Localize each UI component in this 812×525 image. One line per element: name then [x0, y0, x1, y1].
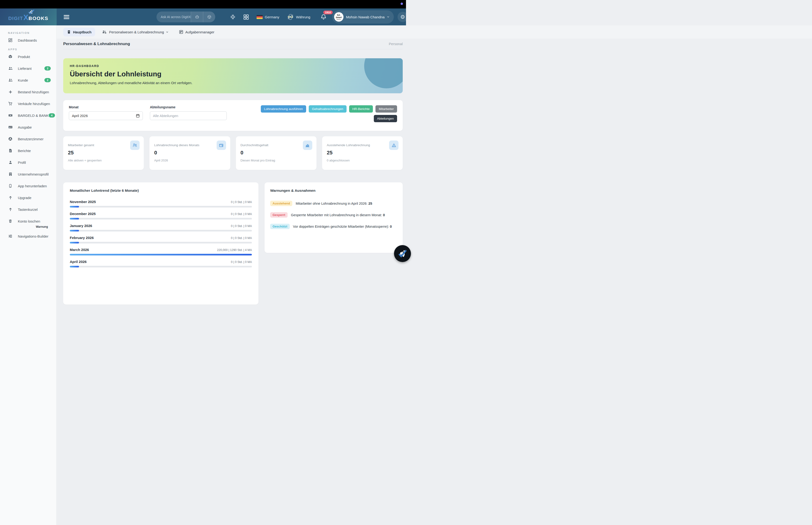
digitxbooks-mark-icon — [397, 249, 406, 259]
warning-item-gesperrt: Gesperrt Gesperrte Mitarbeiter mit Lohna… — [270, 212, 397, 217]
sidebar-item-app-herunterladen[interactable]: App herunterladen — [0, 180, 56, 192]
trend-month: November 2025 — [70, 200, 96, 204]
status-badge: Geschützt — [270, 224, 290, 229]
sidebar-item-produkt[interactable]: Produkt — [0, 51, 56, 62]
warnings-panel: Warnungen & Ausnahmen Ausstehend Mitarbe… — [264, 182, 403, 253]
sidebar-item-label: Dashboards — [18, 38, 37, 42]
sidebar-item-verkaeufe-hinzufuegen[interactable]: Verkäufe hinzufügen — [0, 98, 56, 109]
sidebar-item-label: Navigations-Builder — [18, 234, 48, 238]
ai-robot-button[interactable] — [191, 12, 203, 22]
warning-text: Gesperrte Mitarbeiter mit Lohnabrechnung… — [291, 213, 385, 217]
sidebar-item-navigations-builder[interactable]: Navigations-Builder — [0, 230, 56, 242]
notifications-button[interactable]: 1910 — [321, 14, 326, 20]
trend-rows: November 2025 0 | 0 Std. | 0 MA December… — [70, 200, 252, 262]
hr-reports-button[interactable]: HR-Berichte — [349, 105, 373, 112]
family-icon — [130, 140, 140, 150]
avatar-brand-subline: Fashion — [337, 19, 341, 20]
user-menu[interactable]: NA Smart Fashion Mohsin Nawab Chandna — [332, 10, 394, 24]
sidebar-item-label: BARGELD & BANK — [18, 114, 49, 118]
trend-month: March 2026 — [70, 248, 89, 252]
progress-track — [70, 230, 252, 231]
payslips-button[interactable]: Gehaltsabrechnungen — [309, 105, 347, 112]
sidebar-item-lieferant[interactable]: Lieferant 2 — [0, 62, 56, 74]
run-payroll-button[interactable]: Lohnabrechnung ausführen — [261, 105, 306, 112]
digitxbooks-logo: DIGIT X BOOKS — [8, 13, 48, 21]
sidebar-item-berichte[interactable]: Berichte — [0, 145, 56, 156]
stat-title: Durchschnittsgehalt — [241, 144, 312, 147]
sidebar-item-dashboards[interactable]: Dashboards — [0, 34, 56, 46]
tab-hauptbuch[interactable]: Hauptbuch — [63, 28, 95, 36]
warning-text-body: Gesperrte Mitarbeiter mit Lohnabrechnung… — [291, 213, 383, 217]
ai-search-input[interactable]: Ask AI across DigitXBo — [156, 12, 215, 22]
trend-meta: 0 | 0 Std. | 0 MA — [231, 260, 252, 262]
stat-value: 0 — [154, 150, 225, 156]
trend-month: December 2025 — [70, 212, 96, 216]
sidebar-item-upgrade[interactable]: Upgrade — [0, 192, 56, 204]
sidebar-item-kunde[interactable]: Kunde 2 — [0, 74, 56, 86]
banner-title: Übersicht der Lohnleistung — [70, 70, 396, 78]
people-icon — [8, 66, 13, 71]
calendar-icon[interactable] — [136, 114, 140, 118]
filter-actions-row-1: Lohnabrechnung ausführen Gehaltsabrechnu… — [261, 105, 397, 112]
tab-label: Aufgabenmanager — [185, 30, 214, 34]
tab-label: Personalwesen & Lohnabrechnung — [109, 30, 164, 34]
stat-value: 25 — [327, 150, 398, 156]
sliders-icon — [8, 234, 13, 238]
tab-aufgabenmanager[interactable]: Aufgabenmanager — [175, 28, 218, 36]
page-title: Personalwesen & Lohnabrechnung — [63, 42, 130, 46]
avatar-brand-line: Smart — [336, 16, 342, 18]
settings-button[interactable]: ⚙ — [398, 12, 406, 22]
currency-selector[interactable]: $ € Währung — [287, 13, 310, 20]
filter-actions: Lohnabrechnung ausführen Gehaltsabrechnu… — [261, 105, 397, 126]
sidebar-item-label: Verkäufe hinzufügen — [18, 102, 50, 106]
ai-package-button[interactable] — [203, 12, 215, 22]
apps-grid-button[interactable] — [243, 14, 249, 20]
collapse-icon — [230, 14, 236, 20]
stat-title: Lohnabrechnung dieses Monats — [154, 144, 225, 147]
count-badge: 2 — [44, 78, 51, 82]
sidebar-item-tastenkurzel[interactable]: Tastenkurzel — [0, 204, 56, 215]
building-icon — [8, 172, 13, 176]
departments-button[interactable]: Abteilungen — [374, 115, 397, 122]
sidebar-item-bargeld-bank[interactable]: BARGELD & BANK 4 — [0, 109, 56, 121]
wallet-icon — [217, 140, 226, 150]
department-field-group: Abteilungsname — [150, 105, 227, 126]
hamburger-menu-icon[interactable] — [64, 15, 69, 19]
collapse-screen-button[interactable] — [230, 14, 236, 20]
employees-button[interactable]: Mitarbeiter — [376, 105, 397, 112]
logo-block[interactable]: DIGIT X BOOKS — [0, 9, 57, 25]
sidebar-item-label: Konto loschen — [18, 219, 40, 223]
tab-label: Hauptbuch — [73, 30, 91, 34]
country-label: Germany — [265, 15, 279, 19]
sidebar-item-benutzerzimmer[interactable]: Benutzerzimmer — [0, 133, 56, 145]
warnings-list: Ausstehend Mitarbeiter ohne Lohnabrechnu… — [270, 201, 397, 229]
warning-text: Vor doppelten Einträgen geschützte Mitar… — [293, 225, 392, 228]
page-context-label: Personal — [389, 42, 403, 46]
country-selector[interactable]: Germany — [257, 15, 279, 19]
people-gear-icon — [102, 30, 107, 34]
sidebar: NAVIGATION Dashboards APPS Produkt — [0, 25, 57, 262]
sidebar-item-label: App herunterladen — [18, 184, 47, 188]
grid-icon — [243, 14, 249, 20]
tab-personalwesen-lohnabrechnung[interactable]: Personalwesen & Lohnabrechnung — [98, 28, 172, 36]
sidebar-item-label: Produkt — [18, 55, 30, 59]
sidebar-item-ausgabe[interactable]: $ Ausgabe — [0, 121, 56, 133]
currency-label: Währung — [296, 15, 310, 19]
month-field-group: Monat April 2026 — [69, 105, 143, 126]
warning-item-geschuetzt: Geschützt Vor doppelten Einträgen geschü… — [270, 224, 397, 229]
sidebar-item-profil[interactable]: Profil — [0, 156, 56, 168]
sidebar-item-unternehmensprofil[interactable]: Unternehmensprofil — [0, 168, 56, 180]
sidebar-section-navigation: NAVIGATION — [0, 31, 56, 34]
trend-row-march-2026: March 2026 220,000 | 1290 Std. | 4 MA — [70, 248, 252, 255]
trend-meta: 0 | 0 Std. | 0 MA — [231, 236, 252, 240]
sidebar-item-label: Berichte — [18, 149, 31, 153]
sidebar-item-label: Profil — [18, 161, 26, 165]
department-label: Abteilungsname — [150, 105, 227, 109]
month-input[interactable]: April 2026 — [69, 111, 143, 120]
sidebar-item-label: Benutzerzimmer — [18, 137, 44, 141]
module-tabs: Hauptbuch Personalwesen & Lohnabrechnung… — [57, 25, 406, 39]
sidebar-item-bestand-hinzufuegen[interactable]: Bestand hinzufügen — [0, 86, 56, 98]
department-input[interactable] — [150, 111, 227, 120]
bell-icon — [321, 14, 326, 20]
robot-icon — [195, 15, 199, 19]
